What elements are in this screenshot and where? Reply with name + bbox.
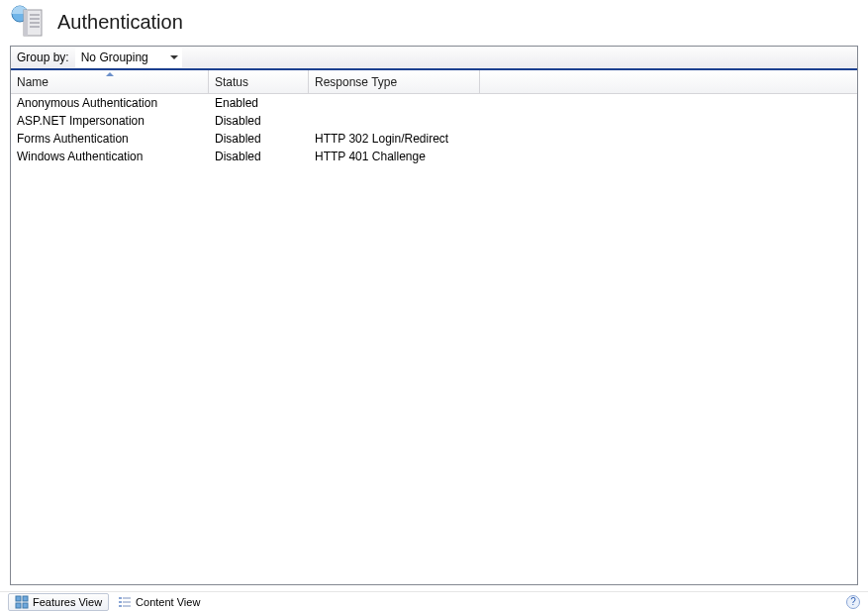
content-view-icon <box>118 595 132 609</box>
cell-status: Disabled <box>209 150 309 163</box>
table-row[interactable]: ASP.NET Impersonation Disabled <box>11 112 857 130</box>
tab-content-view-label: Content View <box>136 596 200 608</box>
group-by-value: No Grouping <box>81 51 148 64</box>
svg-rect-8 <box>23 596 28 601</box>
svg-rect-5 <box>30 22 40 24</box>
toolbar: Group by: No Grouping <box>11 47 857 70</box>
help-icon[interactable]: ? <box>846 595 860 609</box>
authentication-icon <box>10 4 46 40</box>
cell-response: HTTP 302 Login/Redirect <box>309 132 480 146</box>
cell-status: Disabled <box>209 114 309 128</box>
svg-rect-9 <box>16 603 21 608</box>
column-header-name[interactable]: Name <box>11 70 209 93</box>
table-row[interactable]: Forms Authentication Disabled HTTP 302 L… <box>11 130 857 148</box>
chevron-down-icon <box>170 55 178 59</box>
cell-name: Anonymous Authentication <box>11 96 209 110</box>
cell-status: Disabled <box>209 132 309 146</box>
svg-rect-15 <box>119 605 122 607</box>
column-header-response[interactable]: Response Type <box>309 70 480 93</box>
svg-rect-12 <box>123 597 131 599</box>
table-row[interactable]: Windows Authentication Disabled HTTP 401… <box>11 148 857 165</box>
footer-right: ? <box>846 595 860 609</box>
group-by-dropdown[interactable]: No Grouping <box>75 48 182 67</box>
cell-status: Enabled <box>209 96 309 110</box>
svg-rect-4 <box>30 18 40 20</box>
svg-rect-3 <box>30 14 40 16</box>
svg-rect-10 <box>23 603 28 608</box>
svg-rect-6 <box>30 26 40 28</box>
view-tabs: Features View Content View ? <box>0 591 868 611</box>
svg-rect-13 <box>119 601 122 603</box>
column-header-status-label: Status <box>215 75 248 89</box>
main-panel: Group by: No Grouping Name Status Respon… <box>10 46 858 585</box>
column-header-status[interactable]: Status <box>209 70 309 93</box>
cell-name: ASP.NET Impersonation <box>11 114 209 128</box>
features-view-icon <box>15 595 29 609</box>
svg-rect-7 <box>16 596 21 601</box>
table-row[interactable]: Anonymous Authentication Enabled <box>11 94 857 112</box>
column-header-response-label: Response Type <box>315 75 397 89</box>
column-header-name-label: Name <box>17 75 48 89</box>
svg-rect-2 <box>24 10 28 36</box>
tab-features-view[interactable]: Features View <box>8 593 109 611</box>
tab-features-view-label: Features View <box>33 596 102 608</box>
page-header: Authentication <box>0 0 868 46</box>
group-by-label: Group by: <box>15 51 71 64</box>
cell-name: Windows Authentication <box>11 150 209 163</box>
svg-rect-16 <box>123 605 131 607</box>
svg-rect-11 <box>119 597 122 599</box>
sort-ascending-icon <box>106 72 114 76</box>
column-header-spacer <box>480 70 857 93</box>
tab-content-view[interactable]: Content View <box>111 593 207 611</box>
grid-body[interactable]: Anonymous Authentication Enabled ASP.NET… <box>11 94 857 584</box>
grid-header: Name Status Response Type <box>11 70 857 94</box>
svg-rect-14 <box>123 601 131 603</box>
page-title: Authentication <box>57 11 183 34</box>
cell-response: HTTP 401 Challenge <box>309 150 480 163</box>
cell-name: Forms Authentication <box>11 132 209 146</box>
